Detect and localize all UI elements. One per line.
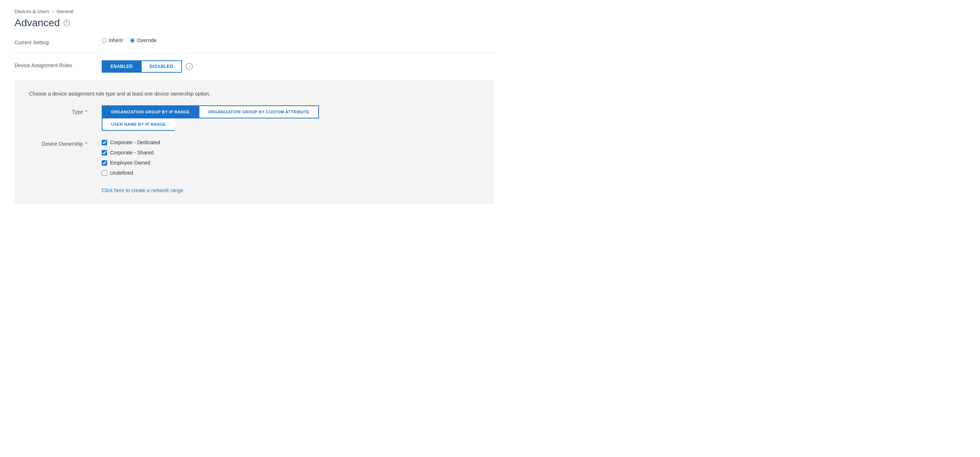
employee-owned-option[interactable]: Employee Owned bbox=[102, 160, 160, 166]
device-assignment-label: Device Assignment Rules bbox=[14, 60, 87, 68]
override-option[interactable]: Override bbox=[130, 37, 157, 43]
undefined-label: Undefined bbox=[110, 170, 133, 176]
type-btn-user-name-ip[interactable]: USER NAME BY IP RANGE bbox=[102, 118, 175, 131]
type-required: * bbox=[84, 109, 87, 115]
type-btn-row-1: ORGANIZATION GROUP BY IP RANGE ORGANIZAT… bbox=[102, 105, 319, 118]
override-radio[interactable] bbox=[130, 38, 135, 43]
disabled-button[interactable]: DISABLED bbox=[141, 60, 182, 73]
corporate-dedicated-option[interactable]: Corporate - Dedicated bbox=[102, 140, 160, 145]
breadcrumb-part2[interactable]: General bbox=[57, 9, 73, 14]
inherit-label: Inherit bbox=[108, 37, 123, 43]
current-setting-radio-group: Inherit Override bbox=[102, 37, 157, 43]
breadcrumb: Devices & Users > General bbox=[14, 9, 494, 14]
ownership-checkbox-list: Corporate - Dedicated Corporate - Shared… bbox=[102, 140, 160, 176]
page-title-container: Advanced ? bbox=[14, 17, 494, 29]
assignment-card: Choose a device assignment rule type and… bbox=[14, 80, 494, 204]
type-buttons-container: ORGANIZATION GROUP BY IP RANGE ORGANIZAT… bbox=[102, 105, 319, 131]
employee-owned-label: Employee Owned bbox=[110, 160, 150, 166]
override-label: Override bbox=[137, 37, 157, 43]
enabled-button[interactable]: ENABLED bbox=[102, 60, 141, 73]
corporate-shared-label: Corporate - Shared bbox=[110, 150, 154, 156]
type-btn-org-group-custom[interactable]: ORGANIZATION GROUP BY CUSTOM ATTRIBUTE bbox=[199, 105, 319, 118]
breadcrumb-separator: > bbox=[52, 9, 54, 14]
undefined-option[interactable]: Undefined bbox=[102, 170, 160, 176]
divider bbox=[14, 53, 494, 53]
help-icon[interactable]: ? bbox=[64, 20, 70, 26]
type-label: Type * bbox=[29, 105, 87, 115]
type-btn-row-2: USER NAME BY IP RANGE bbox=[102, 118, 319, 131]
current-setting-label: Current Setting bbox=[14, 37, 87, 45]
corporate-shared-checkbox[interactable] bbox=[102, 150, 107, 156]
undefined-checkbox[interactable] bbox=[102, 170, 107, 176]
inherit-option[interactable]: Inherit bbox=[102, 37, 123, 43]
corporate-dedicated-checkbox[interactable] bbox=[102, 140, 107, 145]
page-title: Advanced bbox=[14, 17, 60, 29]
assignment-toggle-group: ENABLED DISABLED bbox=[102, 60, 182, 73]
assignment-info-icon[interactable]: i bbox=[186, 63, 193, 70]
card-description: Choose a device assignment rule type and… bbox=[29, 91, 479, 97]
corporate-dedicated-label: Corporate - Dedicated bbox=[110, 140, 160, 145]
employee-owned-checkbox[interactable] bbox=[102, 160, 107, 166]
corporate-shared-option[interactable]: Corporate - Shared bbox=[102, 150, 160, 156]
type-section: Type * ORGANIZATION GROUP BY IP RANGE OR… bbox=[29, 105, 479, 131]
breadcrumb-part1[interactable]: Devices & Users bbox=[14, 9, 49, 14]
device-assignment-row: Device Assignment Rules ENABLED DISABLED… bbox=[14, 60, 494, 73]
type-btn-org-group-ip[interactable]: ORGANIZATION GROUP BY IP RANGE bbox=[102, 105, 199, 118]
current-setting-row: Current Setting Inherit Override bbox=[14, 37, 494, 45]
inherit-radio[interactable] bbox=[102, 38, 107, 43]
create-network-range-link[interactable]: Click here to create a network range bbox=[102, 188, 183, 193]
ownership-required: * bbox=[84, 141, 87, 147]
ownership-label: Device Ownership * bbox=[29, 140, 87, 147]
ownership-section: Device Ownership * Corporate - Dedicated… bbox=[29, 140, 479, 176]
